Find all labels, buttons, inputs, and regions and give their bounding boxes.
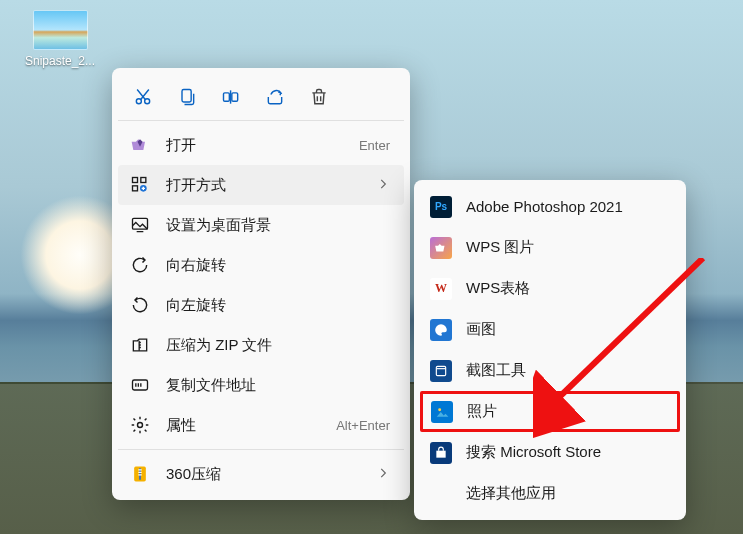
menu-label: 复制文件地址 — [166, 376, 390, 395]
zip-icon — [128, 333, 152, 357]
submenu-label: WPS 图片 — [466, 238, 666, 257]
app-photos-icon — [431, 401, 453, 423]
menu-label: 打开方式 — [166, 176, 376, 195]
svg-rect-3 — [224, 93, 230, 101]
svg-point-0 — [136, 99, 141, 104]
svg-rect-13 — [436, 366, 445, 375]
menu-item-rotate-left[interactable]: 向左旋转 — [118, 285, 404, 325]
svg-rect-5 — [133, 178, 138, 183]
menu-item-open-with[interactable]: 打开方式 — [118, 165, 404, 205]
submenu-label: 选择其他应用 — [466, 484, 666, 503]
rename-icon — [221, 87, 241, 107]
rotate-left-icon — [128, 293, 152, 317]
chevron-right-icon — [376, 177, 390, 194]
submenu-label: WPS表格 — [466, 279, 666, 298]
app-photoshop-icon: Ps — [430, 196, 452, 218]
rotate-right-icon — [128, 253, 152, 277]
submenu-label: 截图工具 — [466, 361, 666, 380]
share-button[interactable] — [260, 82, 290, 112]
svg-point-11 — [138, 423, 143, 428]
svg-rect-7 — [141, 178, 146, 183]
menu-item-360zip[interactable]: 360压缩 — [118, 454, 404, 494]
delete-icon — [309, 87, 329, 107]
menu-item-rotate-right[interactable]: 向右旋转 — [118, 245, 404, 285]
app-wps-sheet-icon: W — [430, 278, 452, 300]
submenu-item-search-store[interactable]: 搜索 Microsoft Store — [420, 432, 680, 473]
svg-rect-10 — [133, 380, 148, 390]
menu-item-properties[interactable]: 属性 Alt+Enter — [118, 405, 404, 445]
menu-hint: Enter — [359, 138, 390, 153]
menu-label: 压缩为 ZIP 文件 — [166, 336, 390, 355]
cut-button[interactable] — [128, 82, 158, 112]
menu-label: 打开 — [166, 136, 359, 155]
submenu-item-app-wps-sheet[interactable]: WWPS表格 — [420, 268, 680, 309]
menu-item-open[interactable]: 打开 Enter — [118, 125, 404, 165]
delete-button[interactable] — [304, 82, 334, 112]
open-with-submenu: PsAdobe Photoshop 2021WPS 图片WWPS表格画图截图工具… — [414, 180, 686, 520]
submenu-item-app-wps-picture[interactable]: WPS 图片 — [420, 227, 680, 268]
share-icon — [265, 87, 285, 107]
copy-icon — [177, 87, 197, 107]
search-store-icon — [430, 442, 452, 464]
context-menu: 打开 Enter 打开方式 设置为桌面背景 向右旋转 向左旋转 压缩为 ZIP — [112, 68, 410, 500]
desktop-icon-snipaste[interactable]: Snipaste_2... — [20, 10, 100, 68]
svg-point-14 — [438, 408, 441, 411]
svg-point-1 — [145, 99, 150, 104]
menu-item-zip[interactable]: 压缩为 ZIP 文件 — [118, 325, 404, 365]
quick-actions-toolbar — [118, 74, 404, 116]
menu-label: 向右旋转 — [166, 256, 390, 275]
svg-rect-2 — [182, 90, 191, 103]
menu-label: 属性 — [166, 416, 336, 435]
app-wps-picture-icon — [430, 237, 452, 259]
chevron-right-icon — [376, 466, 390, 483]
submenu-label: Adobe Photoshop 2021 — [466, 198, 666, 215]
submenu-item-choose-other[interactable]: 选择其他应用 — [420, 473, 680, 514]
properties-icon — [128, 413, 152, 437]
360zip-icon — [128, 462, 152, 486]
app-paint-icon — [430, 319, 452, 341]
wallpaper-icon — [128, 213, 152, 237]
copy-path-icon — [128, 373, 152, 397]
rename-button[interactable] — [216, 82, 246, 112]
submenu-item-app-snipping[interactable]: 截图工具 — [420, 350, 680, 391]
svg-rect-6 — [133, 186, 138, 191]
submenu-label: 画图 — [466, 320, 666, 339]
submenu-label: 照片 — [467, 402, 663, 421]
menu-hint: Alt+Enter — [336, 418, 390, 433]
menu-item-set-wallpaper[interactable]: 设置为桌面背景 — [118, 205, 404, 245]
submenu-item-app-paint[interactable]: 画图 — [420, 309, 680, 350]
menu-label: 向左旋转 — [166, 296, 390, 315]
submenu-item-app-photoshop[interactable]: PsAdobe Photoshop 2021 — [420, 186, 680, 227]
app-snipping-icon — [430, 360, 452, 382]
submenu-item-app-photos[interactable]: 照片 — [420, 391, 680, 432]
open-icon — [128, 133, 152, 157]
menu-label: 360压缩 — [166, 465, 376, 484]
copy-button[interactable] — [172, 82, 202, 112]
menu-item-copy-path[interactable]: 复制文件地址 — [118, 365, 404, 405]
desktop-icon-label: Snipaste_2... — [20, 54, 100, 68]
svg-rect-4 — [232, 93, 238, 101]
open-with-icon — [128, 173, 152, 197]
submenu-label: 搜索 Microsoft Store — [466, 443, 666, 462]
cut-icon — [133, 87, 153, 107]
thumbnail-icon — [33, 10, 88, 50]
menu-label: 设置为桌面背景 — [166, 216, 390, 235]
